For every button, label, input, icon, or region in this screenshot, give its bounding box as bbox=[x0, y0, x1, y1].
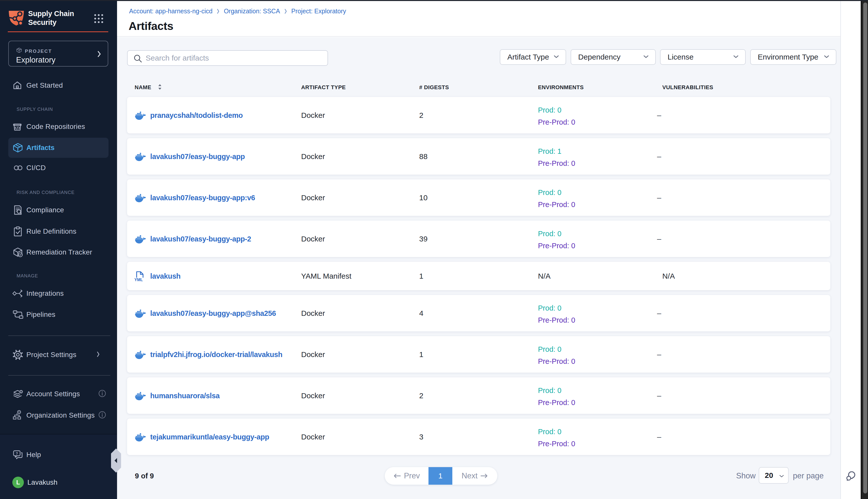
svg-text:YML: YML bbox=[134, 278, 143, 282]
svg-text:?: ? bbox=[15, 451, 18, 455]
